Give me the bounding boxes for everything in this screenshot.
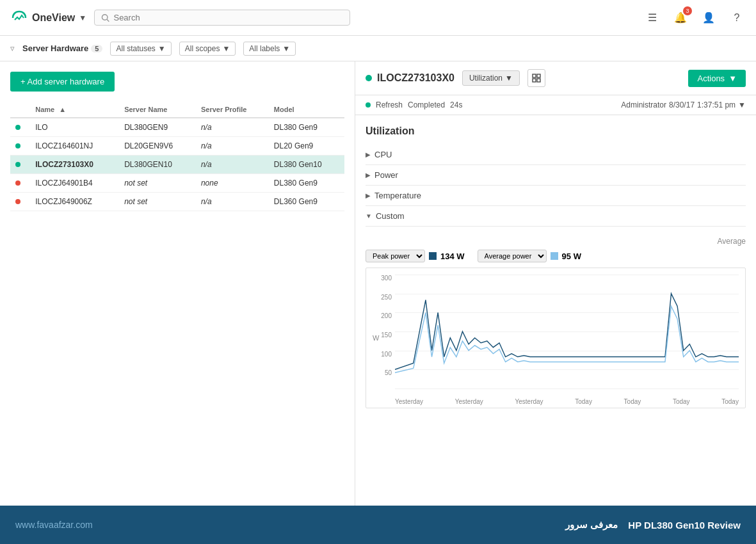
peak-color-icon	[429, 252, 437, 260]
svg-rect-7	[551, 252, 558, 260]
row-model-cell: DL360 Gen9	[269, 193, 344, 211]
expand-power-header[interactable]: ▶ Power	[366, 170, 746, 180]
server-status-dot	[366, 75, 372, 81]
average-power-dropdown[interactable]: Average power	[478, 250, 547, 262]
filter-labels-btn[interactable]: All labels ▼	[243, 42, 296, 56]
actions-button[interactable]: Actions ▼	[688, 70, 746, 87]
refresh-status-dot	[366, 102, 371, 108]
svg-rect-4	[533, 79, 536, 82]
date-label: 8/30/17	[669, 100, 695, 109]
filter-statuses-label: All statuses	[116, 44, 155, 53]
user-icon: 👤	[702, 12, 715, 24]
table-row[interactable]: ILOCZJ649006Z not set n/a DL360 Gen9	[10, 193, 344, 211]
row-status-cell	[10, 118, 30, 137]
expand-temperature-header[interactable]: ▶ Temperature	[366, 191, 746, 200]
utilization-tab-btn[interactable]: Utilization ▼	[462, 70, 520, 86]
table-row[interactable]: ILOCZ164601NJ DL20GEN9V6 n/a DL20 Gen9	[10, 137, 344, 156]
oneview-logo-icon	[10, 9, 28, 27]
footer-website: www.favaafzar.com	[15, 520, 93, 530]
app-name: OneView	[32, 12, 75, 24]
col-status	[10, 102, 30, 118]
svg-rect-5	[537, 79, 540, 82]
custom-label: Custom	[376, 211, 405, 221]
svg-rect-3	[537, 74, 540, 77]
expand-cpu-header[interactable]: ▶ CPU	[366, 150, 746, 159]
average-label: Average	[366, 237, 746, 246]
row-status-cell	[10, 193, 30, 211]
footer: www.favaafzar.com معرفی سرور HP DL380 Ge…	[0, 506, 756, 544]
filter-scopes-btn[interactable]: All scopes ▼	[179, 42, 236, 56]
row-server-name-cell: DL380GEN9	[119, 118, 196, 137]
power-chart: 300 250 200 150 100 50 W	[366, 268, 746, 408]
col-server-name: Server Name	[119, 102, 196, 118]
table-row[interactable]: ILOCZ273103X0 DL380GEN10 n/a DL380 Gen10	[10, 156, 344, 174]
user-icon-btn[interactable]: 👤	[700, 9, 718, 27]
row-profile-cell: n/a	[196, 137, 269, 156]
app-dropdown-icon[interactable]: ▼	[79, 13, 86, 22]
legend-average: Average power 95 W	[478, 250, 581, 262]
chart-y-label: W	[373, 334, 379, 342]
expand-custom-header[interactable]: ▼ Custom	[366, 211, 746, 221]
filter-statuses-btn[interactable]: All statuses ▼	[110, 42, 171, 56]
refresh-completed-label: Completed	[408, 100, 445, 109]
sub-navigation: ▿ Server Hardware 5 All statuses ▼ All s…	[0, 36, 756, 61]
filter-labels-label: All labels	[249, 44, 280, 53]
average-value: 95 W	[562, 252, 581, 261]
status-dot	[15, 180, 20, 186]
svg-line-1	[107, 19, 109, 21]
footer-subtitle: معرفی سرور	[565, 519, 618, 531]
table-row[interactable]: ILOCZJ64901B4 not set none DL380 Gen9	[10, 174, 344, 193]
help-icon-btn[interactable]: ?	[728, 9, 746, 27]
detail-title: ILOCZ273103X0	[366, 72, 454, 84]
notification-icon-btn[interactable]: 🔔 3	[672, 9, 689, 27]
filter-icon-btn[interactable]: ☰	[643, 9, 661, 27]
search-input[interactable]	[113, 13, 343, 22]
expand-power: ▶ Power	[366, 165, 746, 186]
top-navigation: OneView ▼ ☰ 🔔 3 👤 ?	[0, 0, 756, 36]
footer-title: HP DL380 Gen10 Review	[628, 520, 741, 531]
subnav-count: 5	[91, 45, 102, 52]
logo-area: OneView ▼	[10, 9, 86, 27]
utilization-section: Utilization ▶ CPU ▶ Power ▶ Temperature	[355, 115, 756, 237]
filter-funnel-icon: ▿	[10, 44, 15, 53]
left-panel: + Add server hardware Name ▲ Server Name…	[0, 61, 355, 506]
help-icon: ?	[734, 12, 740, 24]
row-profile-cell: n/a	[196, 156, 269, 174]
row-model-cell: DL380 Gen10	[269, 156, 344, 174]
row-model-cell: DL380 Gen9	[269, 118, 344, 137]
average-color-icon	[551, 252, 558, 260]
refresh-bar: Refresh Completed 24s Administrator 8/30…	[355, 95, 756, 115]
row-status-cell	[10, 174, 30, 193]
notification-badge: 3	[683, 6, 692, 15]
cpu-arrow-icon: ▶	[366, 151, 371, 158]
refresh-status-label: Refresh	[376, 100, 403, 109]
refresh-time: 24s	[450, 100, 462, 109]
row-status-cell	[10, 156, 30, 174]
refresh-admin: Administrator 8/30/17 1:37:51 pm ▼	[621, 100, 746, 109]
filter-icon: ☰	[648, 12, 657, 24]
col-name[interactable]: Name ▲	[30, 102, 119, 118]
row-profile-cell: n/a	[196, 118, 269, 137]
right-panel: ILOCZ273103X0 Utilization ▼ Actions ▼	[355, 61, 756, 506]
row-server-name-cell: not set	[119, 174, 196, 193]
power-arrow-icon: ▶	[366, 172, 371, 179]
main-content: + Add server hardware Name ▲ Server Name…	[0, 61, 756, 506]
time-label: 1:37:51 pm	[697, 100, 736, 109]
subnav-title-text: Server Hardware	[22, 44, 88, 53]
actions-label: Actions	[697, 74, 725, 83]
add-server-button[interactable]: + Add server hardware	[10, 72, 115, 92]
detail-header: ILOCZ273103X0 Utilization ▼ Actions ▼	[355, 61, 756, 95]
row-name-cell: ILOCZ273103X0	[30, 156, 119, 174]
utilization-tab-label: Utilization	[469, 74, 503, 83]
peak-power-dropdown[interactable]: Peak power	[366, 250, 425, 262]
expand-icon-btn[interactable]	[527, 69, 545, 87]
row-profile-cell: n/a	[196, 193, 269, 211]
row-name-cell: ILO	[30, 118, 119, 137]
search-icon	[101, 13, 109, 22]
table-row[interactable]: ILO DL380GEN9 n/a DL380 Gen9	[10, 118, 344, 137]
nav-icons: ☰ 🔔 3 👤 ?	[643, 9, 746, 27]
search-bar[interactable]	[94, 10, 350, 26]
row-status-cell	[10, 137, 30, 156]
custom-arrow-icon: ▼	[366, 212, 372, 220]
footer-right: معرفی سرور HP DL380 Gen10 Review	[565, 519, 741, 531]
